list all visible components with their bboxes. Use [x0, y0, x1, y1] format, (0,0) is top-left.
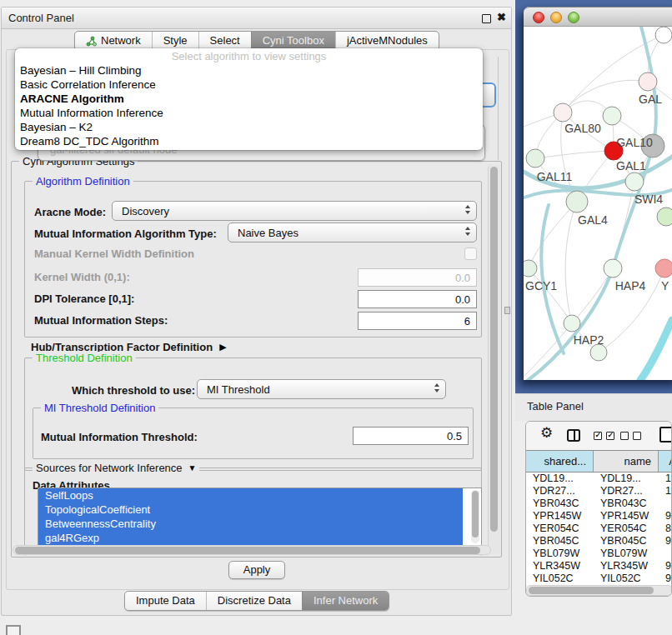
uncheck-all-icon[interactable]	[633, 432, 641, 440]
data-attribute-item[interactable]: SelfLoops	[38, 488, 463, 502]
network-node-gal4[interactable]	[566, 191, 588, 212]
tab-impute-data[interactable]: Impute Data	[125, 592, 206, 610]
data-attribute-item[interactable]: BetweennessCentrality	[38, 517, 463, 531]
data-attribute-item[interactable]: TopologicalCoefficient	[38, 502, 463, 517]
algorithm-option[interactable]: Bayesian – K2	[15, 120, 483, 134]
column-layout-icon[interactable]	[567, 429, 580, 442]
network-edge[interactable]	[535, 151, 614, 158]
node-label: HAP4	[615, 279, 646, 292]
table-row[interactable]: YLR345WYLR345W9.	[526, 560, 671, 572]
network-canvas[interactable]: GALGAL80GAL10GAL1GAL11SWI4GAL4GCY1HAP4YH…	[524, 27, 672, 380]
network-node[interactable]	[657, 208, 672, 226]
which-threshold-value: MI Threshold	[207, 383, 270, 396]
table-row[interactable]: YBR043CYBR043C	[526, 498, 671, 510]
settings-gear-icon[interactable]: ⚙	[540, 426, 553, 440]
panel-splitter-handle[interactable]	[504, 307, 510, 314]
which-threshold-combo[interactable]: MI Threshold	[197, 379, 446, 399]
network-node-y[interactable]	[655, 259, 672, 278]
attr-list-scrollbar[interactable]	[471, 490, 479, 543]
tab-style[interactable]: Style	[152, 32, 198, 50]
table-hscroll-thumb[interactable]	[529, 587, 654, 594]
uncheck-all-icon[interactable]	[620, 432, 629, 440]
minimized-panel-icon[interactable]	[6, 625, 21, 635]
network-node[interactable]	[655, 27, 672, 43]
table-cell: YBR043C	[533, 498, 594, 510]
tab-label: Infer Network	[313, 594, 378, 608]
network-edge[interactable]	[524, 323, 572, 377]
network-node[interactable]	[590, 344, 607, 361]
tab-infer-network[interactable]: Infer Network	[302, 592, 389, 610]
network-window-titlebar[interactable]	[524, 7, 672, 27]
tab-cyni-toolbox[interactable]: Cyni Toolbox	[251, 32, 335, 50]
settings-vertical-scrollbar[interactable]	[488, 164, 500, 554]
check-all-icon[interactable]	[594, 432, 602, 440]
network-edge[interactable]	[640, 320, 672, 380]
table-row[interactable]: YDL19...YDL19...13	[526, 472, 671, 485]
table-row[interactable]: YER054CYER054C8.	[526, 522, 671, 535]
table-row[interactable]: YPR145WYPR145W9.	[526, 510, 671, 522]
table-cell: YDR27...	[600, 485, 659, 498]
table-row[interactable]: YIL052CYIL052C9.	[526, 572, 671, 585]
dpi-tolerance-input[interactable]	[358, 290, 477, 308]
settings-vscroll-thumb[interactable]	[490, 167, 498, 532]
algorithm-option[interactable]: Mutual Information Inference	[15, 106, 483, 120]
dpi-tolerance-label: DPI Tolerance [0,1]:	[34, 292, 134, 305]
minimize-traffic-light[interactable]	[550, 12, 562, 23]
table-horizontal-scrollbar[interactable]	[526, 585, 672, 596]
manual-kernel-checkbox[interactable]	[464, 248, 477, 260]
node-label: HAP2	[574, 333, 604, 347]
column-header-name[interactable]: name	[594, 451, 659, 472]
table-row[interactable]: YDR27...YDR27...12	[526, 485, 671, 498]
network-node-gal80[interactable]	[554, 103, 572, 122]
network-edge[interactable]	[529, 202, 577, 268]
mi-threshold-input[interactable]	[353, 427, 469, 445]
check-all-icon[interactable]	[606, 432, 614, 440]
column-header-a[interactable]: A	[659, 451, 672, 472]
column-header-shared[interactable]: shared...	[526, 451, 594, 472]
float-window-icon[interactable]	[482, 14, 491, 23]
network-node-gal[interactable]	[639, 72, 657, 91]
settings-hscroll-thumb[interactable]	[15, 547, 480, 554]
data-attribute-item[interactable]: gal4RGexp	[38, 531, 463, 545]
document-icon[interactable]	[659, 427, 672, 442]
tab-label: Impute Data	[136, 594, 195, 608]
mi-threshold-label: Mutual Information Threshold:	[41, 431, 198, 443]
sources-legend-row[interactable]: Sources for Network Inference ▼	[33, 462, 199, 474]
network-view-window[interactable]: GALGAL80GAL10GAL1GAL11SWI4GAL4GCY1HAP4YH…	[524, 7, 672, 380]
network-node-gal10[interactable]	[603, 107, 621, 125]
kernel-width-input[interactable]	[358, 268, 477, 287]
table-row[interactable]: YBL079WYBL079W	[526, 548, 671, 560]
tab-jactivemnodules[interactable]: jActiveMNodules	[335, 32, 439, 50]
network-node-hap2[interactable]	[564, 315, 580, 332]
table-cell: YBR045C	[600, 535, 659, 548]
network-node-hap4[interactable]	[604, 259, 622, 278]
algorithm-option[interactable]: Dream8 DC_TDC Algorithm	[15, 134, 483, 148]
close-window-icon[interactable]: ✖	[497, 11, 506, 23]
network-node-gal11[interactable]	[526, 149, 544, 168]
tab-select[interactable]: Select	[198, 32, 251, 50]
mi-steps-input[interactable]	[358, 312, 477, 330]
data-attributes-list[interactable]: SelfLoopsTopologicalCoefficientBetweenne…	[38, 488, 482, 546]
tab-network[interactable]: Network	[75, 32, 152, 50]
zoom-traffic-light[interactable]	[568, 12, 579, 23]
table-cell: YLR345W	[533, 560, 594, 572]
network-node-gcy1[interactable]	[524, 260, 537, 277]
combo-arrows-icon	[465, 227, 470, 236]
table-row[interactable]: YBR045CYBR045C9.	[526, 535, 671, 548]
algorithm-option[interactable]: ARACNE Algorithm	[15, 92, 483, 106]
aracne-mode-combo[interactable]: Discovery	[112, 201, 477, 221]
network-edge[interactable]	[572, 268, 613, 323]
node-label: GAL	[639, 92, 662, 106]
algorithm-option[interactable]: Bayesian – Hill Climbing	[15, 63, 483, 78]
network-edge[interactable]	[565, 202, 577, 323]
close-traffic-light[interactable]	[533, 12, 544, 23]
tab-discretize-data[interactable]: Discretize Data	[206, 592, 302, 610]
table-cell: 12	[665, 485, 672, 498]
settings-horizontal-scrollbar[interactable]	[13, 545, 491, 555]
table-cell: YBR045C	[533, 535, 594, 548]
mi-type-combo[interactable]: Naive Bayes	[228, 222, 477, 242]
network-node-swi4[interactable]	[625, 172, 644, 191]
algorithm-option[interactable]: Basic Correlation Inference	[15, 78, 483, 92]
attr-list-scroll-thumb[interactable]	[472, 491, 479, 538]
apply-button[interactable]: Apply	[228, 561, 285, 579]
